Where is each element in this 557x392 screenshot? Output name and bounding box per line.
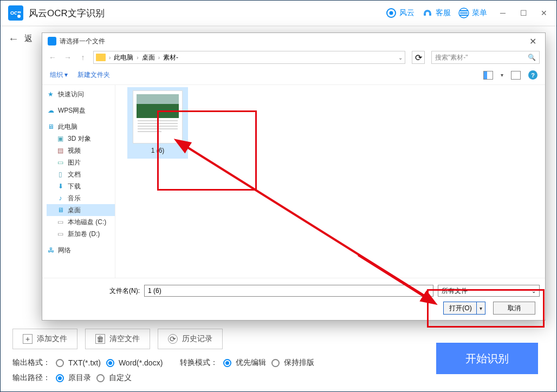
tree-video[interactable]: ▤视频 — [47, 145, 115, 156]
radio-orig[interactable]: 原目录 — [56, 373, 91, 383]
dialog-title: 请选择一个文件 — [60, 37, 105, 46]
svg-rect-4 — [460, 15, 468, 16]
refresh-button[interactable]: ⟳ — [412, 51, 425, 64]
file-content-area[interactable]: 1 (6) — [115, 85, 545, 278]
radio-word[interactable]: Word(*.docx) — [106, 358, 163, 367]
radio-custom[interactable]: 自定义 — [96, 373, 132, 383]
convert-mode-label: 转换模式： — [180, 358, 218, 368]
tree-pictures[interactable]: ▭图片 — [47, 156, 115, 168]
tree-c-drive[interactable]: ▭本地磁盘 (C:) — [47, 216, 115, 228]
view-mode-button[interactable] — [483, 71, 493, 80]
file-thumbnail[interactable]: 1 (6) — [127, 87, 188, 159]
titlebar-right: 风云 客服 菜单 ─ ☐ ✕ — [386, 8, 549, 18]
help-button[interactable]: ? — [528, 70, 537, 80]
search-icon: 🔍 — [528, 54, 536, 61]
filetype-select[interactable]: 所有文件 ⌄ — [438, 285, 540, 297]
path-dropdown-icon[interactable]: ⌄ — [398, 55, 403, 61]
menu-link[interactable]: 菜单 — [458, 8, 487, 18]
new-folder-button[interactable]: 新建文件夹 — [77, 70, 110, 80]
list-icon — [458, 8, 469, 18]
nav-forward-button[interactable]: → — [63, 53, 73, 62]
clear-file-label: 清空文件 — [109, 334, 140, 344]
monitor-icon: 🖥 — [47, 123, 55, 130]
tree-wps[interactable]: ☁WPS网盘 — [47, 104, 115, 116]
tree-downloads[interactable]: ⬇下载 — [47, 180, 115, 192]
thumbnail-label: 1 (6) — [151, 147, 165, 154]
folder-icon — [96, 54, 106, 61]
organize-menu[interactable]: 组织 ▾ — [50, 70, 68, 80]
add-file-label: 添加文件 — [37, 334, 67, 344]
output-path-row: 输出路径： 原目录 自定义 — [12, 373, 545, 383]
history-label: 历史记录 — [182, 334, 212, 344]
svg-rect-2 — [460, 10, 468, 11]
nav-tree: ★快速访问 ☁WPS网盘 🖥此电脑 ▣3D 对象 ▤视频 ▭图片 ▯文档 ⬇下载… — [42, 85, 115, 278]
music-icon: ♪ — [56, 194, 64, 202]
path-bar[interactable]: › 此电脑 › 桌面 › 素材- ⌄ — [93, 51, 405, 64]
add-file-button[interactable]: +添加文件 — [12, 329, 77, 349]
search-input[interactable]: 搜索"素材-" 🔍 — [431, 51, 540, 64]
maximize-button[interactable]: ☐ — [519, 8, 528, 18]
doc-icon: ▯ — [56, 171, 64, 178]
filename-input[interactable] — [144, 285, 433, 297]
tree-this-pc[interactable]: 🖥此电脑 — [47, 121, 115, 133]
star-icon: ★ — [47, 90, 55, 98]
app-title: 风云OCR文字识别 — [29, 7, 386, 19]
dialog-logo-icon — [48, 37, 56, 45]
path-folder[interactable]: 素材- — [163, 53, 178, 62]
trash-icon: 🗑 — [95, 334, 105, 344]
bottom-panel: +添加文件 🗑清空文件 ⟳历史记录 输出格式： TXT(*.txt) Word(… — [1, 322, 556, 391]
preview-pane-button[interactable] — [511, 71, 521, 80]
start-recognition-button[interactable]: 开始识别 — [436, 343, 538, 374]
clear-file-button[interactable]: 🗑清空文件 — [85, 329, 150, 349]
clock-icon: ⟳ — [168, 334, 178, 344]
add-file-icon: + — [23, 334, 33, 344]
back-label: 返 — [24, 34, 33, 44]
minimize-button[interactable]: ─ — [498, 8, 508, 18]
radio-layout[interactable]: 保持排版 — [271, 358, 314, 368]
chevron-down-icon: ⌄ — [532, 288, 536, 294]
tree-d-drive[interactable]: ▭新加卷 (D:) — [47, 228, 115, 240]
cloud-link[interactable]: 风云 — [386, 8, 414, 18]
back-arrow-icon[interactable]: ← — [8, 32, 19, 45]
app-logo-icon: OCR — [8, 5, 23, 21]
cube-icon: ▣ — [56, 135, 64, 142]
dialog-body: ★快速访问 ☁WPS网盘 🖥此电脑 ▣3D 对象 ▤视频 ▭图片 ▯文档 ⬇下载… — [42, 85, 545, 278]
dialog-titlebar: 请选择一个文件 ✕ — [42, 33, 545, 49]
picture-icon: ▭ — [56, 159, 64, 166]
path-desktop[interactable]: 桌面 — [142, 53, 155, 62]
nav-up-button[interactable]: ↑ — [78, 53, 88, 62]
support-link[interactable]: 客服 — [422, 8, 451, 18]
radio-edit[interactable]: 优先编辑 — [223, 358, 266, 368]
headset-icon — [422, 8, 433, 18]
view-dropdown-icon[interactable]: ▾ — [501, 72, 503, 78]
tree-3d[interactable]: ▣3D 对象 — [47, 133, 115, 145]
tree-quick-access[interactable]: ★快速访问 — [47, 88, 115, 100]
radio-txt[interactable]: TXT(*.txt) — [56, 358, 101, 367]
desktop-icon: 🖥 — [56, 206, 64, 214]
cancel-button[interactable]: 取消 — [493, 302, 535, 315]
nav-back-button[interactable]: ← — [48, 53, 57, 62]
dialog-close-button[interactable]: ✕ — [526, 36, 540, 47]
dialog-nav: ← → ↑ › 此电脑 › 桌面 › 素材- ⌄ ⟳ 搜索"素材-" 🔍 — [42, 49, 545, 66]
tree-network[interactable]: 🖧网络 — [47, 244, 115, 256]
svg-point-1 — [390, 11, 393, 15]
tree-documents[interactable]: ▯文档 — [47, 168, 115, 180]
thumbnail-preview — [133, 90, 183, 143]
cloud-icon: ☁ — [47, 107, 55, 114]
file-open-dialog: 请选择一个文件 ✕ ← → ↑ › 此电脑 › 桌面 › 素材- ⌄ ⟳ 搜索"… — [42, 32, 546, 321]
tree-music[interactable]: ♪音乐 — [47, 192, 115, 204]
close-app-button[interactable]: ✕ — [539, 8, 549, 18]
cloud-label: 风云 — [399, 8, 414, 18]
filetype-label: 所有文件 — [442, 286, 468, 296]
dialog-toolbar: 组织 ▾ 新建文件夹 ▾ ? — [42, 66, 545, 85]
titlebar: OCR 风云OCR文字识别 风云 客服 菜单 ─ ☐ ✕ — [1, 1, 556, 27]
tree-desktop[interactable]: 🖥桌面 — [47, 204, 115, 216]
svg-rect-3 — [460, 12, 468, 14]
support-label: 客服 — [436, 8, 451, 18]
open-button[interactable]: 打开(O) ▾ — [443, 302, 485, 315]
history-button[interactable]: ⟳历史记录 — [158, 329, 223, 349]
path-root[interactable]: 此电脑 — [114, 53, 133, 62]
dialog-footer: 文件名(N): 所有文件 ⌄ 打开(O) ▾ 取消 — [42, 278, 545, 320]
open-split-dropdown[interactable]: ▾ — [476, 302, 485, 314]
menu-label: 菜单 — [472, 8, 487, 18]
